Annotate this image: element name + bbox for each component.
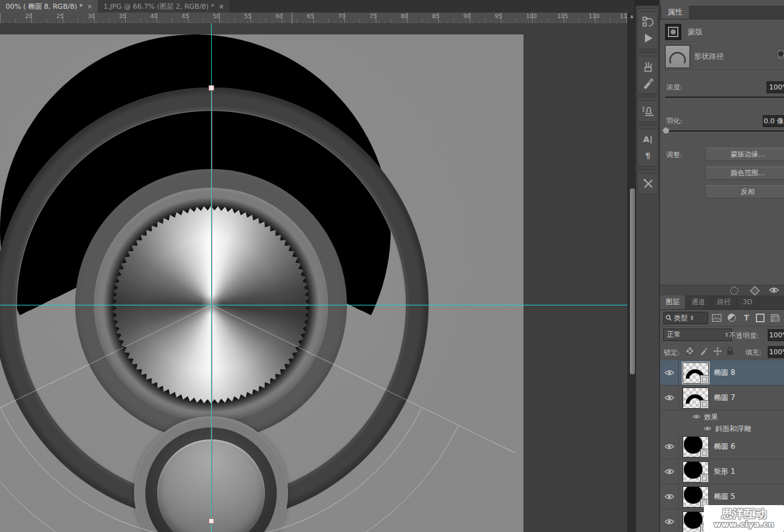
ruler-label: 40	[150, 13, 157, 19]
layer-row[interactable]: 椭圆 6	[660, 434, 784, 459]
adjust-button[interactable]: 反相	[705, 185, 784, 198]
layer-row[interactable]: 矩形 1	[660, 459, 784, 484]
ruler-label: 70	[338, 13, 345, 19]
drag-grip-icon[interactable]	[641, 100, 655, 101]
opacity-value-field[interactable]: 100%	[768, 329, 784, 341]
drag-grip-icon[interactable]	[641, 11, 655, 13]
layer-thumbnail[interactable]	[683, 486, 709, 508]
layer-thumbnail[interactable]	[683, 461, 709, 483]
blend-mode-dropdown[interactable]: 正常 ⇕	[663, 329, 732, 341]
canvas-image[interactable]	[0, 34, 524, 532]
load-selection-icon[interactable]	[730, 287, 738, 295]
apply-mask-icon[interactable]	[750, 286, 760, 296]
layer-visibility-toggle[interactable]	[660, 509, 679, 532]
filter-smart-objects-icon[interactable]	[770, 313, 780, 322]
vertical-scrollbar[interactable]: ▲	[627, 13, 636, 532]
layer-visibility-toggle[interactable]	[660, 459, 679, 484]
layer-name: 椭圆 8	[714, 368, 735, 377]
drag-grip-icon[interactable]	[641, 128, 655, 130]
document-tab-label: 1.JPG @ 66.7% (图层 2, RGB/8) *	[103, 2, 214, 11]
paragraph-icon[interactable]: ¶	[641, 148, 656, 163]
feather-slider[interactable]	[665, 130, 784, 132]
ruler-label: 30	[88, 13, 95, 19]
fill-value-field[interactable]: 100%	[768, 346, 784, 358]
filter-pixel-layers-icon[interactable]	[711, 313, 721, 322]
ruler-label: 25	[56, 13, 63, 19]
effect-label: 效果	[704, 412, 718, 422]
right-panel-column: 属性 蒙版 形状路径 浓度: 100% 羽化: 0.0 像素 调整: 蒙版边缘.…	[659, 0, 784, 532]
effect-item-row[interactable]: 斜面和浮雕	[660, 422, 784, 434]
filter-type-dropdown[interactable]: 类型 ⇕	[663, 312, 708, 324]
updown-arrows-icon: ⇕	[724, 329, 729, 340]
close-icon[interactable]: ×	[87, 3, 92, 10]
document-tab-inactive[interactable]: 1.JPG @ 66.7% (图层 2, RGB/8) * ×	[98, 0, 230, 13]
path-anchor-handle-bottom[interactable]	[209, 518, 214, 524]
shape-path-thumbnail[interactable]	[665, 45, 690, 68]
tab-layers-active[interactable]: 图层	[660, 295, 686, 309]
brush-presets-icon[interactable]	[641, 59, 656, 74]
close-icon[interactable]: ×	[219, 3, 224, 10]
add-mask-badge-icon[interactable]	[776, 49, 784, 60]
filter-adjustment-layers-icon[interactable]	[726, 313, 736, 322]
layer-visibility-toggle[interactable]	[660, 484, 679, 509]
actions-icon[interactable]	[641, 31, 656, 46]
blend-mode-row: 正常 ⇕ 不透明度: 100%	[660, 326, 784, 342]
dock-group: A|¶	[637, 125, 658, 166]
effects-row[interactable]: 效果	[660, 411, 784, 422]
panel-dock: « A|¶	[636, 0, 659, 532]
tab-panel[interactable]: 通道	[686, 295, 711, 309]
eye-icon[interactable]	[704, 426, 711, 431]
pen-path-line	[212, 88, 212, 521]
lock-transparent-pixels-icon[interactable]	[685, 346, 694, 356]
density-value-field[interactable]: 100%	[766, 81, 784, 93]
tab-properties[interactable]: 属性	[661, 6, 689, 19]
dock-group	[637, 8, 658, 49]
horizontal-ruler[interactable]: 2025303540455055606570758085909510010511…	[0, 13, 627, 24]
character-icon[interactable]: A|	[641, 131, 656, 146]
drag-grip-icon[interactable]	[641, 172, 655, 174]
vector-mask-badge-icon	[700, 375, 709, 384]
eye-icon[interactable]	[693, 414, 700, 419]
watermark-line2: www.ciya.cn	[714, 520, 775, 529]
layer-visibility-toggle[interactable]	[660, 386, 679, 410]
ruler-label: 115	[620, 13, 627, 19]
tools-icon[interactable]	[641, 176, 656, 191]
history-icon[interactable]	[641, 14, 656, 29]
density-slider[interactable]	[665, 96, 784, 98]
layer-visibility-toggle[interactable]	[660, 361, 679, 385]
feather-slider-thumb[interactable]	[663, 127, 669, 133]
layer-visibility-toggle[interactable]	[660, 434, 679, 459]
adjust-button[interactable]: 蒙版边缘...	[705, 148, 784, 161]
document-tab-active[interactable]: 00% ( 椭圆 8, RGB/8) * ×	[0, 0, 98, 13]
mask-visibility-eye-icon[interactable]	[769, 287, 779, 294]
eye-icon	[664, 493, 674, 500]
layer-thumbnail[interactable]	[683, 362, 709, 384]
adjust-button[interactable]: 颜色范围...	[705, 166, 784, 180]
ruler-cursor-marker	[292, 13, 293, 23]
tab-panel[interactable]: 3D	[737, 295, 758, 309]
blend-mode-value: 正常	[667, 330, 681, 339]
horizontal-guide[interactable]	[0, 305, 627, 305]
layer-thumbnail[interactable]	[683, 436, 709, 458]
lock-all-icon[interactable]	[725, 346, 735, 356]
mask-thumbnail[interactable]	[665, 24, 681, 40]
feather-value-field[interactable]: 0.0 像素	[763, 115, 784, 127]
tool-presets-icon[interactable]	[641, 75, 656, 90]
drag-grip-icon[interactable]	[641, 55, 655, 57]
filter-shape-layers-icon[interactable]	[755, 313, 765, 322]
density-label: 浓度:	[666, 83, 683, 92]
clone-source-icon[interactable]	[641, 103, 656, 118]
layer-row[interactable]: 椭圆 8	[660, 361, 784, 386]
filter-text-layers-icon[interactable]: T	[741, 313, 751, 322]
tab-panel[interactable]: 路径	[711, 295, 737, 309]
lock-image-pixels-icon[interactable]	[699, 346, 708, 356]
layer-row[interactable]: 椭圆 7	[660, 386, 784, 411]
canvas-viewport[interactable]	[0, 23, 627, 532]
scrollbar-thumb[interactable]	[629, 188, 636, 375]
path-anchor-handle-top[interactable]	[209, 85, 214, 91]
properties-tab-strip: 属性	[660, 6, 784, 19]
lock-position-icon[interactable]	[713, 346, 722, 356]
layer-name: 矩形 1	[714, 467, 735, 476]
layer-thumbnail[interactable]	[683, 387, 709, 409]
scroll-up-arrow-icon[interactable]: ▲	[628, 14, 636, 19]
